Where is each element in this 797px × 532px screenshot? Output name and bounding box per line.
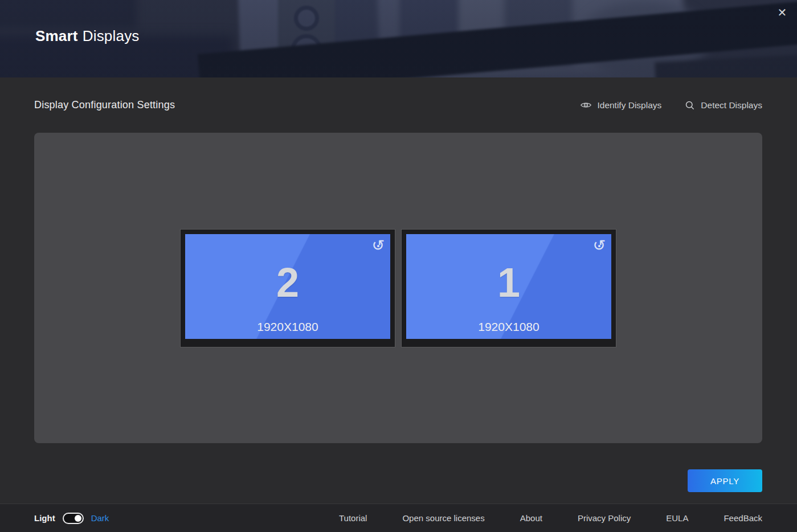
detect-displays-label: Detect Displays (701, 100, 762, 111)
display-1-screen: ↺ 1 1920X1080 (406, 234, 611, 339)
display-number: 1 (497, 262, 520, 303)
header-actions: Identify Displays Detect Displays (580, 99, 762, 111)
identify-displays-button[interactable]: Identify Displays (580, 99, 661, 111)
rotate-icon[interactable]: ↺ (371, 238, 385, 253)
theme-light-label: Light (34, 513, 55, 523)
app-header: SmartDisplays ✕ (0, 0, 797, 77)
smart-displays-window: SmartDisplays ✕ Display Configuration Se… (0, 0, 797, 532)
detect-displays-button[interactable]: Detect Displays (684, 99, 762, 111)
footer-link-open-source-licenses[interactable]: Open source licenses (402, 513, 484, 523)
theme-switch: Light Dark (34, 513, 109, 524)
app-title: SmartDisplays (35, 27, 140, 45)
display-arrangement-panel: ↺ 2 1920X1080 ↺ 1 1920X1080 (34, 133, 762, 443)
page-title: Display Configuration Settings (34, 99, 175, 111)
theme-toggle[interactable] (63, 513, 84, 524)
footer-link-privacy-policy[interactable]: Privacy Policy (578, 513, 631, 523)
close-button[interactable]: ✕ (773, 3, 791, 22)
theme-dark-label: Dark (91, 513, 109, 523)
theme-toggle-knob (75, 515, 81, 522)
app-title-bold: Smart (35, 27, 78, 44)
footer-link-feedback[interactable]: FeedBack (724, 513, 762, 523)
footer-link-tutorial[interactable]: Tutorial (339, 513, 367, 523)
main-content: Display Configuration Settings Identify … (0, 77, 797, 504)
page-head: Display Configuration Settings Identify … (34, 99, 762, 111)
eye-icon (580, 99, 592, 111)
app-title-regular: Displays (83, 27, 140, 44)
footer-link-eula[interactable]: EULA (666, 513, 688, 523)
footer-links: Tutorial Open source licenses About Priv… (339, 513, 762, 523)
display-1[interactable]: ↺ 1 1920X1080 (401, 229, 616, 347)
magnifier-icon (684, 100, 696, 111)
apply-button[interactable]: APPLY (688, 469, 762, 492)
display-resolution: 1920X1080 (185, 320, 390, 334)
display-2-screen: ↺ 2 1920X1080 (185, 234, 390, 339)
identify-displays-label: Identify Displays (597, 100, 661, 111)
display-2[interactable]: ↺ 2 1920X1080 (180, 229, 395, 347)
app-footer: Light Dark Tutorial Open source licenses… (0, 504, 797, 532)
display-resolution: 1920X1080 (406, 320, 611, 334)
rotate-icon[interactable]: ↺ (592, 238, 606, 253)
footer-link-about[interactable]: About (520, 513, 542, 523)
display-number: 2 (276, 262, 299, 303)
